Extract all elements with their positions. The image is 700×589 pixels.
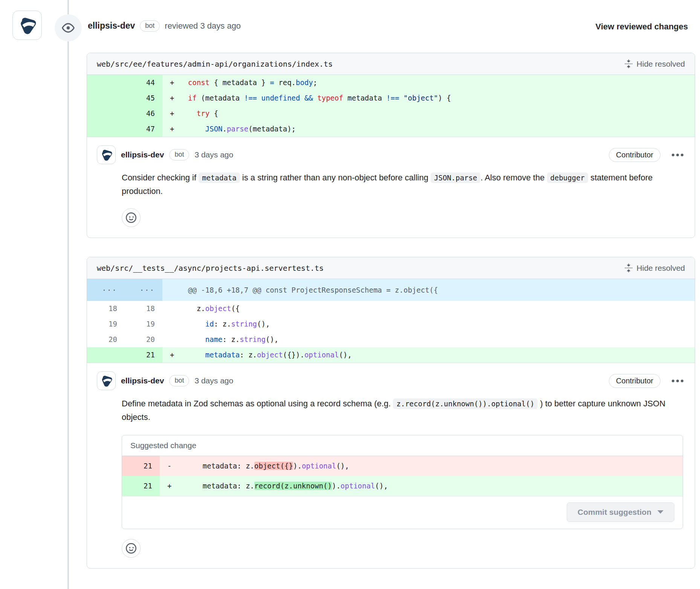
- comment-username[interactable]: ellipsis-dev: [121, 150, 164, 159]
- code-token: typeof: [317, 94, 343, 102]
- code-token: metadata: [205, 351, 240, 359]
- inline-code: metadata: [199, 172, 240, 183]
- suggested-change-block: Suggested change 21- metadata: z.object(…: [122, 435, 683, 529]
- line-number-new: 44: [125, 75, 162, 90]
- commit-suggestion-button[interactable]: Commit suggestion: [567, 502, 674, 522]
- code-token: [188, 109, 197, 117]
- code-token: record(z.unknown(): [254, 482, 332, 490]
- line-number-old: [87, 121, 125, 137]
- code-token: optional: [302, 462, 336, 470]
- ellipsis-logo-icon: [99, 148, 113, 162]
- code-token: : z.: [223, 335, 240, 343]
- bot-badge: bot: [140, 20, 160, 32]
- diff-row: ······@@ -18,6 +18,7 @@ const ProjectRes…: [87, 279, 695, 301]
- code-line: if (metadata !== undefined && typeof met…: [181, 90, 695, 106]
- diff-marker: +: [162, 347, 181, 363]
- code-token: object({}: [254, 462, 293, 470]
- line-number: 21: [122, 476, 160, 496]
- bot-badge: bot: [169, 375, 189, 386]
- line-number-new: 18: [125, 301, 162, 316]
- commit-suggestion-label: Commit suggestion: [578, 508, 651, 517]
- suggested-change-title: Suggested change: [122, 435, 683, 456]
- code-line: z.object({: [181, 301, 695, 316]
- comment-body: Consider checking if metadata is a strin…: [122, 171, 685, 198]
- code-line: const { metadata } = req.body;: [181, 75, 695, 90]
- code-token: [188, 335, 205, 343]
- fold-icon: [624, 60, 633, 68]
- line-number-new: 47: [125, 121, 162, 137]
- kebab-menu-icon[interactable]: [670, 152, 685, 158]
- code-token: object: [205, 304, 231, 313]
- code-line: metadata: z.record(z.unknown()).optional…: [179, 476, 683, 496]
- code-line: metadata: z.object({}).optional(),: [179, 456, 683, 476]
- line-number-old: [87, 347, 125, 363]
- code-token: z.: [188, 304, 205, 313]
- code-token: [188, 320, 205, 328]
- code-token: (metadata: [197, 94, 244, 102]
- comment-avatar[interactable]: [97, 145, 116, 164]
- code-token: body: [296, 78, 313, 87]
- code-token: string: [240, 335, 266, 343]
- bot-badge: bot: [169, 149, 189, 160]
- code-token: ).: [293, 462, 302, 470]
- code-token: [399, 94, 403, 102]
- ellipsis-logo-icon: [17, 15, 37, 35]
- code-token: id: [205, 320, 214, 328]
- code-line: @@ -18,6 +18,7 @@ const ProjectResponseS…: [181, 279, 695, 301]
- code-token: (),: [375, 482, 388, 490]
- diff-block: 44+const { metadata } = req.body;45+if (…: [87, 75, 695, 137]
- chevron-down-icon: [657, 510, 663, 514]
- line-number-new: ···: [125, 279, 162, 301]
- code-token: parse: [227, 125, 248, 133]
- hide-resolved-button[interactable]: Hide resolved: [624, 264, 685, 273]
- view-reviewed-changes-link[interactable]: View reviewed changes: [596, 22, 688, 32]
- comment-username[interactable]: ellipsis-dev: [121, 376, 164, 385]
- comment-header: ellipsis-dev bot 3 days ago Contributor: [97, 371, 685, 390]
- inline-code: JSON.parse: [431, 172, 480, 183]
- review-comment: ellipsis-dev bot 3 days ago Contributor …: [87, 363, 695, 568]
- code-token: =: [270, 78, 274, 87]
- line-number-old: 18: [87, 301, 125, 316]
- diff-row: 1818 z.object({: [87, 301, 695, 316]
- reviewer-username[interactable]: ellipsis-dev: [88, 21, 135, 31]
- fold-icon: [624, 264, 633, 272]
- code-token: (),: [336, 462, 349, 470]
- suggestion-diff: 21- metadata: z.object({}).optional(),21…: [122, 456, 683, 496]
- comment-body: Define metadata in Zod schemas as option…: [122, 397, 685, 424]
- review-thread-card: web/src/ee/features/admin-api/organizati…: [87, 53, 695, 238]
- diff-row: 2020 name: z.string(),: [87, 332, 695, 347]
- add-reaction-button[interactable]: [122, 539, 141, 558]
- code-token: &&: [304, 94, 313, 102]
- code-line: JSON.parse(metadata);: [181, 121, 695, 137]
- diff-row: 47+ JSON.parse(metadata);: [87, 121, 695, 137]
- code-token: metadata: z.: [185, 462, 254, 470]
- smiley-icon: [126, 543, 136, 554]
- code-token: { metadata }: [209, 78, 270, 87]
- review-header: ellipsis-dev bot reviewed 3 days ago: [88, 20, 241, 32]
- code-token: metadata: z.: [185, 482, 254, 490]
- comment-timestamp[interactable]: 3 days ago: [194, 376, 233, 385]
- line-number-new: 20: [125, 332, 162, 347]
- line-number-old: [87, 106, 125, 121]
- code-token: ({: [231, 304, 240, 313]
- comment-timestamp[interactable]: 3 days ago: [194, 150, 233, 159]
- line-number-new: 21: [125, 347, 162, 363]
- line-number-old: 20: [87, 332, 125, 347]
- code-token: [313, 94, 317, 102]
- kebab-menu-icon[interactable]: [670, 378, 685, 384]
- file-path-link[interactable]: web/src/ee/features/admin-api/organizati…: [97, 60, 333, 69]
- hide-resolved-button[interactable]: Hide resolved: [624, 60, 685, 69]
- code-token: try: [197, 109, 209, 117]
- code-token: [188, 351, 205, 359]
- add-reaction-button[interactable]: [122, 208, 141, 227]
- reviewer-avatar[interactable]: [12, 11, 42, 40]
- suggestion-footer: Commit suggestion: [122, 496, 683, 529]
- code-line: metadata: z.object({}).optional(),: [181, 347, 695, 363]
- hide-resolved-label: Hide resolved: [637, 60, 685, 69]
- file-path-link[interactable]: web/src/__tests__/async/projects-api.ser…: [97, 264, 324, 273]
- code-token: undefined: [261, 94, 300, 102]
- review-thread-card: web/src/__tests__/async/projects-api.ser…: [87, 257, 695, 569]
- inline-code: z.record(z.unknown()).optional(): [393, 398, 538, 409]
- comment-avatar[interactable]: [97, 371, 116, 390]
- ellipsis-logo-icon: [99, 374, 113, 388]
